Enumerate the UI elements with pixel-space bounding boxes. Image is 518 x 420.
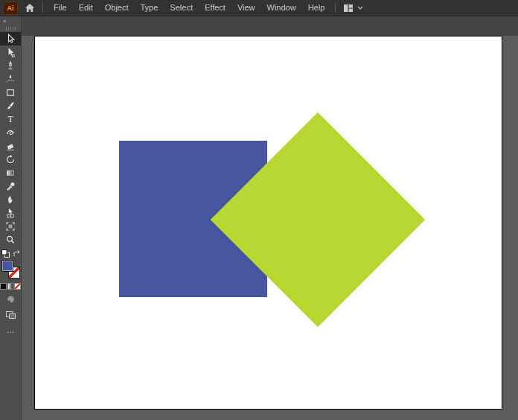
app-logo[interactable]: Ai [3, 1, 18, 15]
color-mode-button[interactable] [0, 283, 7, 290]
selection-tool[interactable] [0, 32, 21, 45]
menu-effect[interactable]: Effect [199, 0, 231, 16]
menu-type[interactable]: Type [135, 0, 164, 16]
type-t-icon: T [5, 114, 16, 124]
menu-bar: Ai File Edit Object Type Select Effect V… [0, 0, 518, 16]
gradient-mode-button[interactable] [7, 283, 14, 290]
screen-mode-button[interactable] [0, 310, 21, 319]
pasteboard[interactable] [22, 36, 518, 420]
hand-glove-icon [5, 194, 16, 205]
illustrator-window: Ai File Edit Object Type Select Effect V… [0, 0, 518, 420]
menu-edit[interactable]: Edit [73, 0, 99, 16]
home-icon[interactable] [22, 1, 38, 15]
curvature-tool[interactable] [0, 72, 21, 86]
selection-arrow-icon [5, 34, 16, 44]
menu-items: File Edit Object Type Select Effect View… [48, 0, 330, 16]
shaper-tool[interactable] [0, 126, 21, 139]
document-area [22, 16, 518, 420]
pen-nib-icon [5, 60, 16, 71]
menu-object[interactable]: Object [99, 0, 135, 16]
tools-panel: » [0, 16, 22, 420]
pen-tool[interactable] [0, 59, 21, 72]
workspace-switcher[interactable] [340, 4, 366, 13]
none-mode-button[interactable] [14, 283, 21, 290]
chevron-down-icon [357, 6, 363, 10]
rotate-tool[interactable] [0, 153, 21, 166]
gradient-square-icon [5, 168, 16, 178]
menubar-divider [335, 3, 336, 13]
default-swatches-icon [1, 249, 10, 258]
screen-mode-icon [5, 310, 16, 319]
direct-selection-tool[interactable] [0, 45, 21, 59]
color-mode-buttons [0, 283, 21, 290]
rectangle-tool[interactable] [0, 86, 21, 99]
menu-help[interactable]: Help [302, 0, 331, 16]
swap-arrow-icon [13, 249, 21, 258]
gradient-tool[interactable] [0, 166, 21, 179]
workspace-layout-icon [343, 4, 354, 13]
paintbrush-icon [5, 101, 16, 111]
cursor-shapes-icon [5, 208, 16, 218]
fill-swatch[interactable] [1, 260, 13, 272]
paintbrush-tool[interactable] [0, 99, 21, 112]
collapse-panel-button[interactable]: » [0, 16, 21, 25]
eyedropper-icon [5, 181, 16, 191]
artboard-tool[interactable] [0, 220, 21, 233]
magnifier-icon [5, 235, 16, 245]
rectangle-icon [5, 87, 16, 98]
shape-builder-tool[interactable] [0, 206, 21, 220]
menu-view[interactable]: View [231, 0, 261, 16]
svg-text:T: T [7, 114, 13, 124]
eyedropper-tool[interactable] [0, 179, 21, 193]
crop-corners-icon [5, 221, 16, 232]
menu-window[interactable]: Window [261, 0, 302, 16]
document-tab-strip [22, 16, 518, 36]
type-tool[interactable]: T [0, 112, 21, 126]
menu-file[interactable]: File [48, 0, 73, 16]
direct-selection-arrow-icon [5, 47, 16, 57]
panel-grip[interactable] [6, 27, 16, 31]
artboard[interactable] [34, 36, 502, 410]
default-fill-stroke-button[interactable] [1, 249, 10, 258]
zoom-tool[interactable] [0, 233, 21, 246]
menu-select[interactable]: Select [164, 0, 199, 16]
menubar-divider [42, 3, 43, 13]
swap-fill-stroke-button[interactable] [13, 249, 21, 258]
rotate-arrow-icon [5, 154, 16, 165]
drawing-modes-button[interactable] [0, 295, 21, 305]
curvature-pen-icon [5, 74, 16, 84]
eraser-tool[interactable] [0, 139, 21, 153]
drawing-mode-icon [6, 295, 16, 305]
more-tools-button[interactable]: … [0, 326, 21, 334]
fill-stroke-indicator [1, 259, 20, 279]
shaper-loop-icon [5, 127, 16, 138]
eraser-block-icon [5, 141, 16, 151]
hand-tool[interactable] [0, 193, 21, 206]
